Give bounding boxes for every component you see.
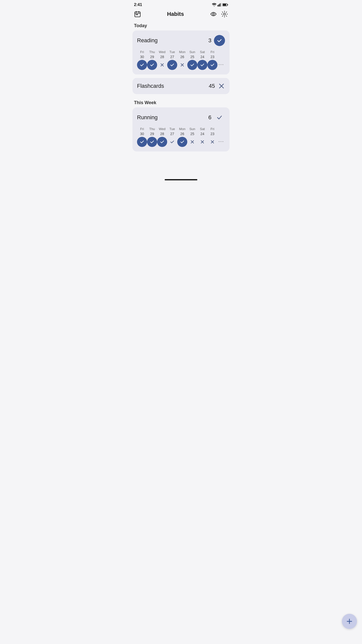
status-icons [212,3,228,7]
reading-days-row: Fri 30 Thu 29 Wed 28 Tue 27 [137,50,225,70]
running-streak-area: 6 [208,112,225,123]
day-num: 30 [140,132,144,136]
day-button-sat24[interactable] [197,60,207,70]
svg-rect-12 [137,14,138,15]
section-thisweek: This Week [129,98,233,107]
day-button-run-fri23[interactable] [207,137,217,147]
day-button-run-fri30[interactable] [137,137,147,147]
eye-icon[interactable] [210,11,217,18]
day-num: 28 [160,132,164,136]
day-button-tue27[interactable] [167,60,177,70]
day-num: 28 [160,55,164,59]
day-col-run-mon26: Mon 26 [177,127,187,147]
day-num: 27 [170,132,174,136]
battery-icon [222,3,228,6]
day-name: Thu [149,127,155,131]
day-button-run-thu29[interactable] [147,137,157,147]
reading-streak-button[interactable] [214,35,225,46]
day-button-run-sun25[interactable] [187,137,197,147]
signal-icon [217,3,221,7]
reading-streak-area: 3 [208,35,225,46]
day-name: Tue [169,127,175,131]
status-bar: 2:41 [129,0,233,9]
day-name: Mon [179,127,185,131]
calendar-icon[interactable] [134,11,141,18]
day-col-run-thu29: Thu 29 [147,127,157,147]
day-num: 24 [200,55,204,59]
day-button-sun25[interactable] [187,60,197,70]
day-name: Fri [140,50,144,54]
day-col-fri30: Fri 30 [137,50,147,70]
day-name: Fri [210,50,214,54]
day-col-run-fri23: Fri 23 [207,127,217,147]
svg-rect-6 [223,4,226,6]
svg-rect-3 [221,3,221,7]
flashcards-count: 45 [209,83,215,89]
svg-rect-2 [220,4,220,7]
day-name: Sat [200,50,205,54]
day-num: 27 [170,55,174,59]
day-button-fri30[interactable] [137,60,147,70]
running-more-button[interactable]: ··· [217,137,225,147]
nav-indicator [165,179,197,180]
day-button-fri23[interactable] [207,60,217,70]
day-name: Fri [140,127,144,131]
day-button-wed28[interactable] [157,60,167,70]
day-name: Mon [179,50,185,54]
day-col-mon26: Mon 26 [177,50,187,70]
running-habit-name: Running [137,114,158,121]
day-name: Wed [159,127,166,131]
svg-point-13 [213,13,214,15]
day-button-run-mon26[interactable] [177,137,187,147]
day-col-sun25: Sun 25 [187,50,197,70]
running-habit-card: Running 6 Fri 30 Thu 29 [132,107,230,151]
day-name: Thu [149,50,155,54]
day-name: Sun [189,127,195,131]
day-button-mon26[interactable] [177,60,187,70]
day-button-thu29[interactable] [147,60,157,70]
day-num: 26 [180,55,184,59]
running-streak-button[interactable] [214,112,225,123]
day-button-run-tue27[interactable] [167,137,177,147]
reading-streak-count: 3 [208,37,211,44]
day-button-run-wed28[interactable] [157,137,167,147]
top-bar-actions [210,11,228,18]
flashcards-habit-name: Flashcards [137,83,164,89]
day-num: 29 [150,55,154,59]
flashcards-x-button[interactable] [218,83,225,90]
reading-more-button[interactable]: ··· [217,60,225,70]
day-num: 26 [180,132,184,136]
reading-header: Reading 3 [137,35,225,46]
section-today: Today [129,21,233,30]
flashcards-right: 45 [209,83,225,90]
day-col-sat24: Sat 24 [197,50,207,70]
day-name: Wed [159,50,166,54]
svg-rect-11 [136,14,137,15]
svg-rect-5 [227,4,228,5]
day-name: Sat [200,127,205,131]
day-col-run-fri30: Fri 30 [137,127,147,147]
gear-icon[interactable] [221,11,228,18]
day-num: 24 [200,132,204,136]
day-num: 25 [190,132,194,136]
wifi-icon [212,3,216,7]
day-button-run-sat24[interactable] [197,137,207,147]
svg-rect-1 [219,4,219,7]
page-title: Habits [167,11,184,17]
running-streak-count: 6 [208,114,211,121]
day-num: 30 [140,55,144,59]
running-header: Running 6 [137,112,225,123]
status-time: 2:41 [134,3,142,7]
day-col-tue27: Tue 27 [167,50,177,70]
day-num: 25 [190,55,194,59]
day-col-run-wed28: Wed 28 [157,127,167,147]
day-num: 23 [210,132,214,136]
top-bar: Habits [129,9,233,21]
day-col-run-sun25: Sun 25 [187,127,197,147]
day-name: Fri [210,127,214,131]
flashcards-habit-card: Flashcards 45 [132,78,230,94]
day-col-wed28: Wed 28 [157,50,167,70]
day-col-run-tue27: Tue 27 [167,127,177,147]
day-name: Tue [169,50,175,54]
reading-habit-card: Reading 3 Fri 30 Thu 29 [132,30,230,74]
